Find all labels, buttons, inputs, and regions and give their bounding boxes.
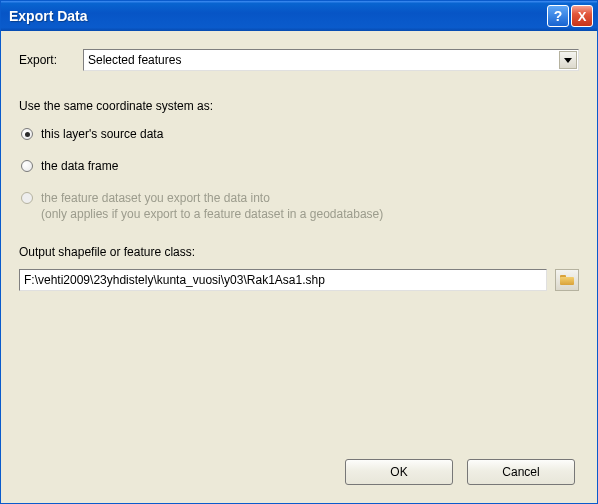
radio-label: the feature dataset you export the data …	[41, 191, 383, 205]
export-data-dialog: Export Data ? X Export: Selected feature…	[0, 0, 598, 504]
output-row	[19, 269, 579, 291]
radio-label-group: the feature dataset you export the data …	[41, 191, 383, 221]
radio-icon	[21, 160, 33, 172]
close-icon: X	[578, 9, 587, 24]
dropdown-arrow-button[interactable]	[559, 51, 577, 69]
dialog-content: Export: Selected features Use the same c…	[1, 31, 597, 503]
export-dropdown[interactable]: Selected features	[83, 49, 579, 71]
export-label: Export:	[19, 53, 57, 67]
radio-icon	[21, 128, 33, 140]
coord-radio-group: this layer's source data the data frame …	[19, 127, 579, 239]
spacer	[19, 295, 579, 453]
radio-note: (only applies if you export to a feature…	[41, 207, 383, 221]
export-row: Export: Selected features	[19, 49, 579, 71]
output-path-input[interactable]	[19, 269, 547, 291]
cancel-button[interactable]: Cancel	[467, 459, 575, 485]
radio-label: the data frame	[41, 159, 118, 173]
chevron-down-icon	[564, 58, 572, 63]
output-label: Output shapefile or feature class:	[19, 245, 579, 259]
help-button[interactable]: ?	[547, 5, 569, 27]
ok-button[interactable]: OK	[345, 459, 453, 485]
help-icon: ?	[554, 8, 563, 24]
folder-open-icon	[560, 275, 574, 285]
window-title: Export Data	[9, 8, 547, 24]
close-button[interactable]: X	[571, 5, 593, 27]
titlebar: Export Data ? X	[1, 1, 597, 31]
radio-label: this layer's source data	[41, 127, 163, 141]
browse-button[interactable]	[555, 269, 579, 291]
radio-icon	[21, 192, 33, 204]
dialog-button-row: OK Cancel	[19, 453, 579, 491]
export-dropdown-value: Selected features	[88, 53, 181, 67]
radio-source-data[interactable]: this layer's source data	[21, 127, 579, 141]
titlebar-buttons: ? X	[547, 5, 593, 27]
coord-section-label: Use the same coordinate system as:	[19, 99, 579, 113]
radio-data-frame[interactable]: the data frame	[21, 159, 579, 173]
radio-feature-dataset: the feature dataset you export the data …	[21, 191, 579, 221]
